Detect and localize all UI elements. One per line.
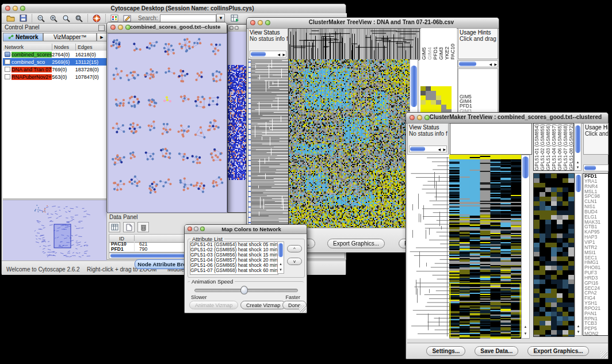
matrix-cell[interactable]: [431, 105, 436, 109]
tv1-correlation-matrix[interactable]: [420, 86, 452, 114]
scroll-right-icon[interactable]: ▶: [494, 62, 497, 66]
tv2-column-label[interactable]: GPL51-08 (GSM872): [568, 124, 574, 170]
birdseye-canvas[interactable]: [3, 201, 106, 260]
attribute-list-vscrollbar[interactable]: ▲ ▼: [277, 242, 284, 274]
network-canvas[interactable]: [108, 33, 227, 213]
tv2-status-hscrollbar[interactable]: ◀ ▶: [409, 145, 447, 152]
zoom-window-icon[interactable]: [125, 25, 131, 30]
matrix-cell[interactable]: [446, 100, 452, 105]
tv2-row-dendrogram[interactable]: [407, 155, 449, 339]
zoom-fit-icon[interactable]: [60, 13, 72, 23]
matrix-cell[interactable]: [420, 95, 426, 100]
close-icon[interactable]: [110, 25, 116, 30]
attribute-list[interactable]: GPL51-01 (GSM854) heat shock 05 minGPL51…: [190, 242, 278, 275]
tv1-heatmap[interactable]: [288, 59, 410, 228]
open-session-icon[interactable]: [4, 13, 17, 23]
tv1-row-dendrogram[interactable]: [251, 59, 288, 228]
matrix-cell[interactable]: [420, 86, 426, 91]
tv2-column-labels[interactable]: GPL51-01 (GSM854)GPL51-02 (GSM855)GPL51-…: [533, 123, 574, 171]
zoom-window-icon[interactable]: [20, 6, 25, 11]
scroll-down-icon[interactable]: ▼: [522, 332, 529, 336]
treeview1-titlebar[interactable]: ClusterMaker TreeView : DNA and Tran 07-…: [247, 18, 499, 29]
hscroll-thumb[interactable]: [410, 147, 425, 151]
matrix-cell[interactable]: [441, 100, 446, 105]
close-icon[interactable]: [410, 115, 415, 120]
matrix-cell[interactable]: [446, 95, 452, 100]
float-panel-icon[interactable]: [98, 25, 105, 31]
dialog-titlebar[interactable]: Map Colors to Network: [185, 225, 307, 234]
matrix-cell[interactable]: [446, 105, 452, 109]
minimize-icon[interactable]: [235, 26, 239, 30]
scroll-right-icon[interactable]: ▶: [443, 147, 446, 151]
tab-overflow-arrow[interactable]: ▶: [97, 33, 107, 41]
main-titlebar[interactable]: Cytoscape Desktop (Session Name: collins…: [2, 4, 346, 14]
hscroll-thumb[interactable]: [584, 166, 596, 170]
tv1-column-label[interactable]: GIM3: [438, 47, 444, 60]
network-titlebar[interactable]: combined_scores_good.txt--cluste...: [107, 22, 227, 33]
help-lifering-icon[interactable]: [90, 13, 103, 23]
minimize-icon[interactable]: [258, 20, 263, 25]
tv2-column-label[interactable]: GPL51-07 (GSM868): [563, 124, 568, 170]
scroll-up-icon[interactable]: ▲: [522, 325, 529, 329]
tv2-save-data-button[interactable]: Save Data...: [475, 346, 518, 356]
zoom-window-icon[interactable]: [265, 20, 270, 25]
tv1-hints-hscrollbar[interactable]: ◀ ▶: [458, 60, 498, 67]
tv2-heatmap[interactable]: [449, 155, 521, 339]
minimize-icon[interactable]: [417, 115, 422, 120]
tv2-column-label[interactable]: GPL51-06 (GSM865): [557, 124, 563, 170]
minimize-icon[interactable]: [13, 6, 18, 11]
tv1-column-dendrogram[interactable]: [288, 28, 420, 60]
matrix-cell[interactable]: [436, 91, 441, 95]
network-row[interactable]: combined_sco2569(6)13112(15): [3, 58, 107, 66]
tv2-vscrollbar[interactable]: ▲ ▼: [521, 155, 530, 339]
tab-network[interactable]: Network: [3, 33, 43, 41]
matrix-cell[interactable]: [420, 100, 426, 105]
hscroll-thumb[interactable]: [459, 62, 476, 66]
delete-attribute-icon[interactable]: [137, 222, 149, 232]
tv2-settings-button[interactable]: Settings...: [426, 346, 465, 356]
select-attributes-icon[interactable]: [109, 222, 120, 232]
gene-label[interactable]: MON2: [584, 331, 608, 336]
scroll-up-icon[interactable]: ▲: [575, 324, 582, 328]
close-icon[interactable]: [188, 227, 192, 231]
matrix-cell[interactable]: [420, 105, 426, 109]
tv1-column-label[interactable]: GIM5: [421, 47, 427, 60]
zoom-out-icon[interactable]: [35, 13, 47, 23]
behind-network-canvas-area[interactable]: [228, 32, 248, 212]
tv1-export-graphics-button[interactable]: Export Graphics...: [327, 239, 385, 248]
tv1-column-label[interactable]: YKE2: [444, 47, 450, 60]
matrix-cell[interactable]: [420, 91, 426, 95]
create-vizmap-button[interactable]: Create Vizmap: [240, 301, 286, 309]
resize-grip[interactable]: [600, 351, 607, 358]
move-up-button[interactable]: ^: [287, 245, 302, 252]
close-icon[interactable]: [5, 6, 10, 11]
tv2-column-label[interactable]: GPL51-01 (GSM854): [534, 124, 540, 170]
import-table-icon[interactable]: [228, 13, 241, 23]
matrix-cell[interactable]: [431, 100, 436, 105]
network-row[interactable]: combined_scores2764(0)16218(0): [3, 51, 107, 58]
vscroll-thumb[interactable]: [576, 175, 581, 192]
scroll-up-icon[interactable]: ▲: [575, 160, 581, 164]
tv1-column-label[interactable]: GIM4: [427, 47, 433, 60]
matrix-cell[interactable]: [441, 95, 446, 100]
matrix-cell[interactable]: [446, 91, 452, 95]
tv2-column-dendrogram[interactable]: [450, 123, 532, 155]
scroll-left-icon[interactable]: ◀: [277, 52, 280, 56]
dense-network-canvas[interactable]: [228, 65, 248, 180]
scroll-down-icon[interactable]: ▼: [575, 166, 581, 170]
scroll-left-icon[interactable]: ◀: [438, 147, 441, 151]
tv2-zoom-vscrollbar[interactable]: ▲ ▼: [575, 173, 582, 336]
matrix-cell[interactable]: [431, 86, 436, 91]
scroll-down-icon[interactable]: ▼: [575, 330, 582, 334]
matrix-cell[interactable]: [431, 95, 436, 100]
matrix-cell[interactable]: [446, 86, 452, 91]
tv1-column-label[interactable]: PAC10: [450, 44, 456, 60]
tv2-column-label[interactable]: GPL51-04 (GSM857): [551, 124, 557, 170]
close-icon[interactable]: [250, 20, 255, 25]
tv1-status-hscrollbar[interactable]: ◀ ▶: [250, 51, 286, 58]
create-attribute-icon[interactable]: [123, 222, 135, 232]
attribute-list-item[interactable]: GPL51-07 (GSM868) heat shock 60 min: [190, 268, 278, 273]
tab-vizmapper[interactable]: VizMapper™: [43, 33, 97, 41]
tv1-column-labels[interactable]: GIM5GIM4PFD1GIM3YKE2PAC10: [421, 28, 457, 60]
matrix-cell[interactable]: [436, 86, 441, 91]
